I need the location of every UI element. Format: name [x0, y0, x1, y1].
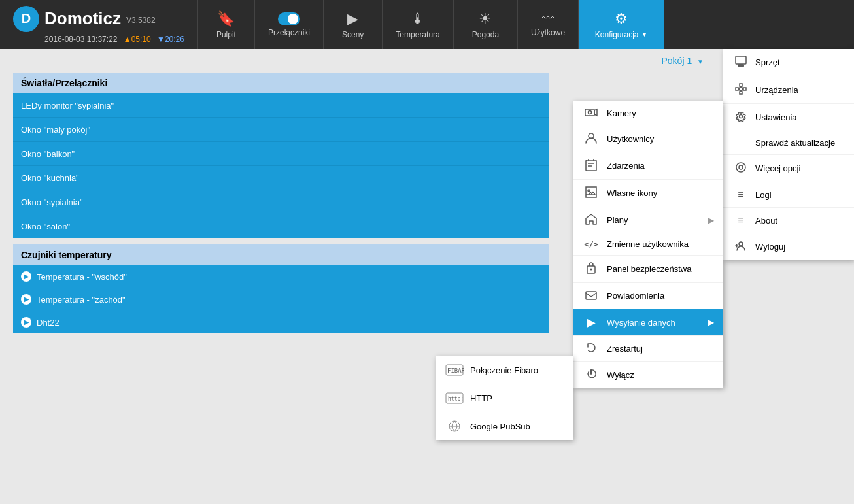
subsub-fibaro-label: Połączenie Fibaro — [470, 365, 538, 375]
temperatura-icon: 🌡 — [411, 10, 425, 27]
datetime-display: 2016-08-03 13:37:22 ▲05:10 ▼20:26 — [13, 35, 184, 44]
sub-wylacz-label: Wyłącz — [607, 370, 634, 380]
http-icon: http:// — [445, 391, 464, 405]
sub-panel-label: Panel bezpieczeństwa — [607, 264, 691, 274]
svg-rect-6 — [743, 88, 746, 90]
tab-pulpit[interactable]: 🔖 Pulpit — [198, 0, 255, 49]
sub-item-wlasne-ikony[interactable]: Własne ikony — [573, 180, 723, 207]
sub-item-powiadomienia[interactable]: Powiadomienia — [573, 283, 723, 309]
app-version: V3.5382 — [126, 16, 156, 25]
config-urzadzenia-label: Urządzenia — [755, 85, 798, 95]
tab-pogoda-label: Pogoda — [472, 30, 499, 39]
table-row[interactable]: ▶ Temperatura - "zachód" — [13, 288, 549, 311]
svg-point-12 — [736, 163, 745, 172]
tab-temperatura[interactable]: 🌡 Temperatura — [383, 0, 453, 49]
sprzet-icon — [733, 56, 749, 69]
subsub-item-http[interactable]: http:// HTTP — [436, 384, 573, 412]
config-about-label: About — [755, 216, 777, 226]
table-row[interactable]: LEDy monitor "sypialnia" — [13, 93, 549, 118]
config-item-wyloguj[interactable]: Wyloguj — [723, 233, 854, 260]
subsub-dropdown: FIBARO Połączenie Fibaro http:// HTTP Go… — [436, 356, 573, 440]
sub-powiadomienia-label: Powiadomienia — [607, 291, 664, 301]
sub-item-panel-bezp[interactable]: Panel bezpieczeństwa — [573, 256, 723, 283]
tab-uzytkowe[interactable]: 〰 Użytkowe — [518, 0, 579, 49]
config-logi-label: Logi — [755, 190, 772, 200]
sub-item-zrestartuj[interactable]: Zrestartuj — [573, 336, 723, 362]
config-item-urzadzenia[interactable]: Urządzenia — [723, 76, 854, 104]
table-row[interactable]: ▶ Temperatura - "wschód" — [13, 265, 549, 288]
svg-rect-4 — [736, 88, 738, 90]
sub-item-kamery[interactable]: Kamery — [573, 101, 723, 126]
tab-konfiguracja-label: Konfiguracja — [595, 30, 639, 39]
sub-item-wysylanie[interactable]: ▶ Wysyłanie danych ▶ — [573, 309, 723, 336]
table-row[interactable]: Okno "maly pokój" — [13, 118, 549, 142]
temp-indicator-icon: ▶ — [21, 271, 31, 282]
room-selector[interactable]: Pokój 1 ▼ — [13, 56, 841, 66]
google-icon — [445, 419, 464, 433]
device-name: Okno "salon" — [21, 222, 70, 231]
device-name: Temperatura - "wschód" — [37, 272, 127, 282]
tab-sceny[interactable]: ▶ Sceny — [324, 0, 383, 49]
table-row[interactable]: ▶ Dht22 — [13, 311, 549, 333]
tab-temperatura-label: Temperatura — [396, 30, 439, 39]
panel-bezp-icon — [582, 261, 600, 277]
subsub-item-google[interactable]: Google PubSub — [436, 412, 573, 440]
config-item-wiecej[interactable]: Więcej opcji — [723, 155, 854, 182]
svg-text:http://: http:// — [448, 396, 464, 402]
config-item-about[interactable]: ≡ About — [723, 208, 854, 233]
plany-icon — [582, 213, 600, 227]
plany-arrow-icon: ▶ — [708, 216, 714, 225]
config-sprawdz-label: Sprawdź aktualizacje — [755, 138, 835, 148]
config-item-sprzet[interactable]: Sprzęt — [723, 49, 854, 76]
sub-zmienne-label: Zmienne użytkownika — [607, 239, 689, 249]
sub-zrestartuj-label: Zrestartuj — [607, 344, 643, 354]
table-row[interactable]: Okno "sypialnia" — [13, 190, 549, 214]
app-name: Domoticz — [44, 8, 121, 29]
header: D Domoticz V3.5382 2016-08-03 13:37:22 ▲… — [0, 0, 854, 49]
fibaro-icon: FIBARO — [445, 363, 464, 377]
sceny-icon: ▶ — [347, 10, 358, 27]
device-name: Okno "balkon" — [21, 149, 75, 159]
subsub-google-label: Google PubSub — [470, 422, 530, 431]
tab-konfiguracja[interactable]: ⚙ Konfiguracja ▼ — [579, 0, 664, 49]
kamery-icon — [582, 107, 600, 120]
device-name: LEDy monitor "sypialnia" — [21, 101, 114, 110]
sub-item-zdarzenia[interactable]: Zdarzenia — [573, 152, 723, 180]
temp-section: Czujniki temperatury ▶ Temperatura - "ws… — [13, 244, 549, 333]
device-name: Temperatura - "zachód" — [37, 295, 126, 305]
wysylanie-arrow-icon: ▶ — [708, 318, 714, 327]
svg-rect-5 — [740, 88, 742, 90]
tab-przelaczniki[interactable]: Przełączniki — [255, 0, 324, 49]
tab-uzytkowe-label: Użytkowe — [531, 28, 565, 37]
wysylanie-icon: ▶ — [582, 315, 600, 329]
ustawienia-icon — [733, 110, 749, 124]
sub-item-wylacz[interactable]: Wyłącz — [573, 362, 723, 388]
subsub-item-fibaro[interactable]: FIBARO Połączenie Fibaro — [436, 356, 573, 384]
table-row[interactable]: Okno "balkon" — [13, 142, 549, 166]
zrestartuj-icon — [582, 342, 600, 356]
tab-pogoda[interactable]: ☀ Pogoda — [454, 0, 518, 49]
config-dropdown: Sprzęt Urządzenia Ustawienia Sprawdź akt… — [723, 49, 854, 260]
config-sprzet-label: Sprzęt — [755, 58, 780, 67]
device-name: Okno "maly pokój" — [21, 125, 90, 135]
svg-rect-28 — [586, 292, 596, 299]
sub-item-zmienne[interactable]: </> Zmienne użytkownika — [573, 233, 723, 256]
temp-indicator-icon: ▶ — [21, 317, 31, 328]
svg-rect-15 — [585, 109, 594, 116]
config-item-sprawdz[interactable]: Sprawdź aktualizacje — [723, 131, 854, 155]
sub-item-uzytkownicy[interactable]: Użytkownicy — [573, 126, 723, 152]
svg-rect-19 — [586, 160, 596, 171]
sub-item-plany[interactable]: Plany ▶ — [573, 207, 723, 233]
uzytkowe-icon: 〰 — [542, 12, 554, 25]
svg-point-27 — [590, 269, 592, 271]
lights-section-header: Światła/Przełączniki — [13, 73, 549, 93]
svg-rect-7 — [740, 92, 742, 94]
room-chevron-icon: ▼ — [697, 58, 704, 65]
table-row[interactable]: Okno "kuchnia" — [13, 166, 549, 190]
config-wyloguj-label: Wyloguj — [755, 242, 785, 252]
temp-section-header: Czujniki temperatury — [13, 244, 549, 265]
svg-point-25 — [588, 190, 590, 192]
table-row[interactable]: Okno "salon" — [13, 214, 549, 238]
config-item-logi[interactable]: ≡ Logi — [723, 182, 854, 208]
config-item-ustawienia[interactable]: Ustawienia — [723, 104, 854, 131]
